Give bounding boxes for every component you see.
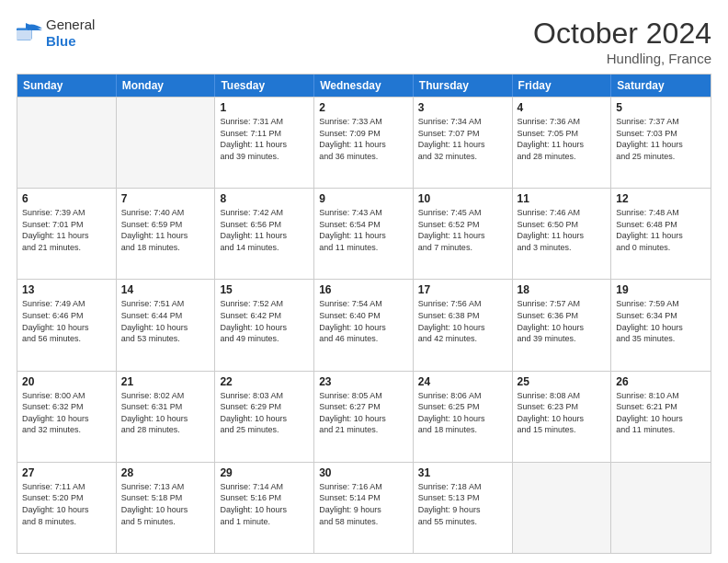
day-number: 12 <box>616 192 706 205</box>
calendar-cell <box>611 463 711 553</box>
calendar-cell: 23Sunrise: 8:05 AM Sunset: 6:27 PM Dayli… <box>314 372 414 462</box>
calendar-cell: 1Sunrise: 7:31 AM Sunset: 7:11 PM Daylig… <box>215 98 314 188</box>
logo-blue: Blue <box>46 33 76 49</box>
calendar-cell: 24Sunrise: 8:06 AM Sunset: 6:25 PM Dayli… <box>414 372 513 462</box>
calendar-cell: 12Sunrise: 7:48 AM Sunset: 6:48 PM Dayli… <box>611 189 711 279</box>
calendar-cell: 8Sunrise: 7:42 AM Sunset: 6:56 PM Daylig… <box>215 189 314 279</box>
calendar-cell: 15Sunrise: 7:52 AM Sunset: 6:42 PM Dayli… <box>215 280 314 370</box>
logo-general: General <box>46 17 95 32</box>
title-area: October 2024 Hundling, France <box>533 17 711 66</box>
day-number: 29 <box>220 466 309 479</box>
day-info: Sunrise: 7:39 AM Sunset: 7:01 PM Dayligh… <box>22 207 111 253</box>
calendar-cell: 22Sunrise: 8:03 AM Sunset: 6:29 PM Dayli… <box>215 372 314 462</box>
day-info: Sunrise: 7:13 AM Sunset: 5:18 PM Dayligh… <box>121 481 210 527</box>
day-number: 8 <box>220 192 309 205</box>
day-info: Sunrise: 7:18 AM Sunset: 5:13 PM Dayligh… <box>418 481 507 527</box>
weekday-header: Thursday <box>414 75 513 97</box>
calendar-cell: 18Sunrise: 7:57 AM Sunset: 6:36 PM Dayli… <box>513 280 612 370</box>
day-number: 4 <box>518 101 607 114</box>
day-number: 28 <box>121 466 210 479</box>
day-number: 27 <box>22 466 111 479</box>
calendar-cell: 4Sunrise: 7:36 AM Sunset: 7:05 PM Daylig… <box>513 98 612 188</box>
day-number: 20 <box>22 375 111 388</box>
day-info: Sunrise: 8:03 AM Sunset: 6:29 PM Dayligh… <box>220 390 309 436</box>
weekday-header: Monday <box>117 75 216 97</box>
day-info: Sunrise: 7:42 AM Sunset: 6:56 PM Dayligh… <box>220 207 309 253</box>
calendar-cell: 19Sunrise: 7:59 AM Sunset: 6:34 PM Dayli… <box>611 280 711 370</box>
weekday-header: Friday <box>513 75 612 97</box>
day-number: 15 <box>220 283 309 296</box>
day-number: 3 <box>418 101 507 114</box>
calendar-cell: 30Sunrise: 7:16 AM Sunset: 5:14 PM Dayli… <box>314 463 414 553</box>
calendar-cell: 25Sunrise: 8:08 AM Sunset: 6:23 PM Dayli… <box>513 372 612 462</box>
calendar-week: 6Sunrise: 7:39 AM Sunset: 7:01 PM Daylig… <box>17 188 711 279</box>
day-number: 23 <box>319 375 408 388</box>
day-info: Sunrise: 7:11 AM Sunset: 5:20 PM Dayligh… <box>22 481 111 527</box>
day-info: Sunrise: 7:36 AM Sunset: 7:05 PM Dayligh… <box>518 116 607 162</box>
weekday-header: Wednesday <box>314 75 414 97</box>
day-info: Sunrise: 7:33 AM Sunset: 7:09 PM Dayligh… <box>319 116 408 162</box>
day-info: Sunrise: 8:08 AM Sunset: 6:23 PM Dayligh… <box>518 390 607 436</box>
calendar-cell: 28Sunrise: 7:13 AM Sunset: 5:18 PM Dayli… <box>117 463 216 553</box>
day-info: Sunrise: 8:00 AM Sunset: 6:32 PM Dayligh… <box>22 390 111 436</box>
day-number: 25 <box>518 375 607 388</box>
weekday-header: Saturday <box>611 75 711 97</box>
calendar-cell: 11Sunrise: 7:46 AM Sunset: 6:50 PM Dayli… <box>513 189 612 279</box>
day-number: 17 <box>418 283 507 296</box>
day-info: Sunrise: 7:46 AM Sunset: 6:50 PM Dayligh… <box>518 207 607 253</box>
day-number: 7 <box>121 192 210 205</box>
calendar-header-row: SundayMondayTuesdayWednesdayThursdayFrid… <box>17 75 711 97</box>
calendar-cell: 9Sunrise: 7:43 AM Sunset: 6:54 PM Daylig… <box>314 189 414 279</box>
weekday-header: Tuesday <box>215 75 314 97</box>
location: Hundling, France <box>533 51 711 66</box>
day-number: 24 <box>418 375 507 388</box>
day-number: 14 <box>121 283 210 296</box>
calendar-cell: 7Sunrise: 7:40 AM Sunset: 6:59 PM Daylig… <box>117 189 216 279</box>
day-number: 31 <box>418 466 507 479</box>
calendar-cell: 29Sunrise: 7:14 AM Sunset: 5:16 PM Dayli… <box>215 463 314 553</box>
day-info: Sunrise: 7:31 AM Sunset: 7:11 PM Dayligh… <box>220 116 309 162</box>
day-number: 26 <box>616 375 706 388</box>
calendar-week: 1Sunrise: 7:31 AM Sunset: 7:11 PM Daylig… <box>17 97 711 188</box>
day-number: 22 <box>220 375 309 388</box>
calendar-body: 1Sunrise: 7:31 AM Sunset: 7:11 PM Daylig… <box>17 97 711 553</box>
day-info: Sunrise: 7:40 AM Sunset: 6:59 PM Dayligh… <box>121 207 210 253</box>
page: General Blue October 2024 Hundling, Fran… <box>0 0 728 563</box>
header: General Blue October 2024 Hundling, Fran… <box>17 17 711 66</box>
day-info: Sunrise: 7:57 AM Sunset: 6:36 PM Dayligh… <box>518 298 607 344</box>
day-number: 16 <box>319 283 408 296</box>
calendar-week: 20Sunrise: 8:00 AM Sunset: 6:32 PM Dayli… <box>17 371 711 462</box>
day-info: Sunrise: 7:49 AM Sunset: 6:46 PM Dayligh… <box>22 298 111 344</box>
calendar-cell <box>117 98 216 188</box>
calendar-week: 27Sunrise: 7:11 AM Sunset: 5:20 PM Dayli… <box>17 462 711 553</box>
calendar-cell: 10Sunrise: 7:45 AM Sunset: 6:52 PM Dayli… <box>414 189 513 279</box>
day-info: Sunrise: 8:05 AM Sunset: 6:27 PM Dayligh… <box>319 390 408 436</box>
day-number: 30 <box>319 466 408 479</box>
calendar-cell: 27Sunrise: 7:11 AM Sunset: 5:20 PM Dayli… <box>17 463 117 553</box>
day-info: Sunrise: 7:51 AM Sunset: 6:44 PM Dayligh… <box>121 298 210 344</box>
day-number: 6 <box>22 192 111 205</box>
day-number: 13 <box>22 283 111 296</box>
day-number: 2 <box>319 101 408 114</box>
calendar-cell: 13Sunrise: 7:49 AM Sunset: 6:46 PM Dayli… <box>17 280 117 370</box>
day-info: Sunrise: 8:02 AM Sunset: 6:31 PM Dayligh… <box>121 390 210 436</box>
calendar-week: 13Sunrise: 7:49 AM Sunset: 6:46 PM Dayli… <box>17 279 711 370</box>
calendar-cell: 21Sunrise: 8:02 AM Sunset: 6:31 PM Dayli… <box>117 372 216 462</box>
logo-icon <box>17 24 42 42</box>
calendar-cell: 3Sunrise: 7:34 AM Sunset: 7:07 PM Daylig… <box>414 98 513 188</box>
calendar-cell: 2Sunrise: 7:33 AM Sunset: 7:09 PM Daylig… <box>314 98 414 188</box>
day-info: Sunrise: 7:52 AM Sunset: 6:42 PM Dayligh… <box>220 298 309 344</box>
calendar-cell: 31Sunrise: 7:18 AM Sunset: 5:13 PM Dayli… <box>414 463 513 553</box>
calendar-cell: 6Sunrise: 7:39 AM Sunset: 7:01 PM Daylig… <box>17 189 117 279</box>
day-info: Sunrise: 7:59 AM Sunset: 6:34 PM Dayligh… <box>616 298 706 344</box>
calendar: SundayMondayTuesdayWednesdayThursdayFrid… <box>17 74 711 554</box>
day-number: 21 <box>121 375 210 388</box>
calendar-cell: 16Sunrise: 7:54 AM Sunset: 6:40 PM Dayli… <box>314 280 414 370</box>
day-info: Sunrise: 7:45 AM Sunset: 6:52 PM Dayligh… <box>418 207 507 253</box>
day-info: Sunrise: 7:16 AM Sunset: 5:14 PM Dayligh… <box>319 481 408 527</box>
calendar-cell: 17Sunrise: 7:56 AM Sunset: 6:38 PM Dayli… <box>414 280 513 370</box>
day-info: Sunrise: 7:14 AM Sunset: 5:16 PM Dayligh… <box>220 481 309 527</box>
day-number: 11 <box>518 192 607 205</box>
day-info: Sunrise: 7:48 AM Sunset: 6:48 PM Dayligh… <box>616 207 706 253</box>
logo: General Blue <box>17 17 95 50</box>
